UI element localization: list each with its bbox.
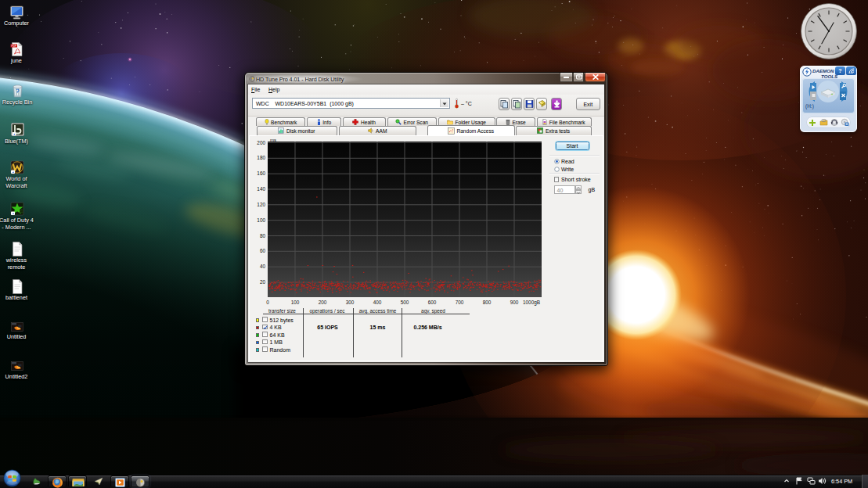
svg-text:PDF: PDF bbox=[12, 45, 16, 48]
svg-text:4: 4 bbox=[20, 207, 23, 215]
